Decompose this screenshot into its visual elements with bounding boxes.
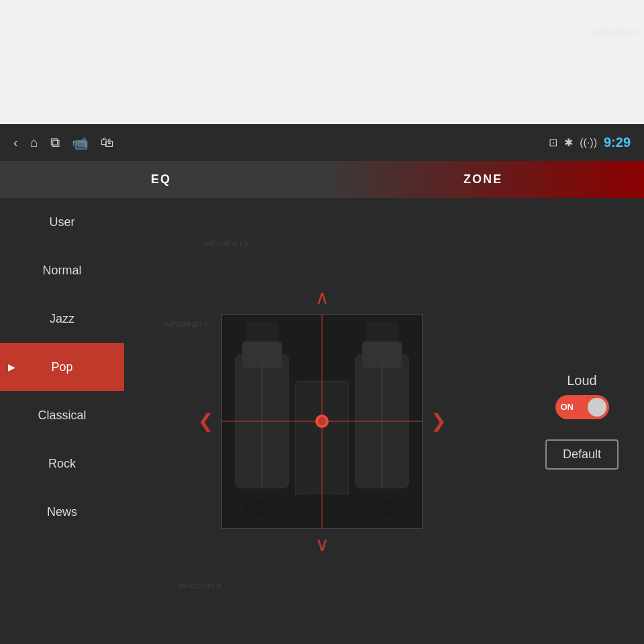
home-icon[interactable]: ⌂ <box>30 135 38 150</box>
back-icon[interactable]: ‹ <box>13 135 18 150</box>
arrow-right-button[interactable]: ❯ <box>431 410 446 432</box>
tab-bar: EQ ZONE <box>0 161 644 198</box>
watermark-1: wincairan.ir <box>205 238 249 248</box>
camera-icon[interactable]: 📹 <box>72 135 89 151</box>
tab-zone[interactable]: ZONE <box>322 161 644 198</box>
svg-rect-8 <box>246 321 279 341</box>
time-display: 9:29 <box>604 135 631 150</box>
cast-icon: ⊡ <box>549 136 557 149</box>
svg-point-14 <box>318 417 326 425</box>
sidebar-item-user[interactable]: User <box>0 198 124 246</box>
arrow-down-button[interactable]: ∨ <box>315 535 329 554</box>
loud-toggle[interactable]: ON <box>555 395 609 419</box>
tab-eq[interactable]: EQ <box>0 161 322 198</box>
loud-label: Loud <box>567 373 597 388</box>
toggle-on-label: ON <box>561 402 574 412</box>
zone-container: ∧ ❮ <box>198 288 446 554</box>
sidebar: User Normal Jazz ▶ Pop Classical Rock Ne… <box>0 198 124 644</box>
arrow-left-button[interactable]: ❮ <box>198 410 213 432</box>
sidebar-item-jazz[interactable]: Jazz <box>0 294 124 343</box>
car-svg <box>222 315 422 528</box>
sidebar-item-normal[interactable]: Normal <box>0 246 124 294</box>
arrow-up-button[interactable]: ∧ <box>315 288 329 307</box>
default-button[interactable]: Default <box>545 439 619 470</box>
bluetooth-icon: ✱ <box>564 136 573 149</box>
loud-section: Loud ON <box>555 373 609 419</box>
sidebar-item-news[interactable]: News <box>0 488 124 536</box>
main-content: User Normal Jazz ▶ Pop Classical Rock Ne… <box>0 198 644 644</box>
sidebar-item-rock[interactable]: Rock <box>0 439 124 488</box>
zone-area: wincairan.ir wincairan.ir wincairan.ir ∧… <box>124 198 520 644</box>
car-interior-image <box>221 314 423 529</box>
status-bar-right: ⊡ ✱ ((·)) 9:29 <box>549 135 631 150</box>
wifi-icon: ((·)) <box>580 137 597 149</box>
sidebar-item-pop[interactable]: ▶ Pop <box>0 343 124 391</box>
svg-rect-9 <box>366 321 399 341</box>
bag-icon[interactable]: 🛍 <box>101 135 114 150</box>
zone-row: ❮ <box>198 314 446 529</box>
status-bar: ‹ ⌂ ⧉ 📹 🛍 ⊡ ✱ ((·)) 9:29 <box>0 124 644 161</box>
watermark-3: wincairan.ir <box>178 580 222 590</box>
screen: ‹ ⌂ ⧉ 📹 🛍 ⊡ ✱ ((·)) 9:29 EQ ZONE User No… <box>0 0 644 644</box>
right-controls: wincairan.ir Loud ON Default <box>520 198 644 644</box>
top-padding <box>0 0 644 124</box>
play-icon: ▶ <box>8 362 15 372</box>
sidebar-item-classical[interactable]: Classical <box>0 391 124 439</box>
windows-icon[interactable]: ⧉ <box>50 135 60 150</box>
toggle-knob <box>588 398 606 417</box>
